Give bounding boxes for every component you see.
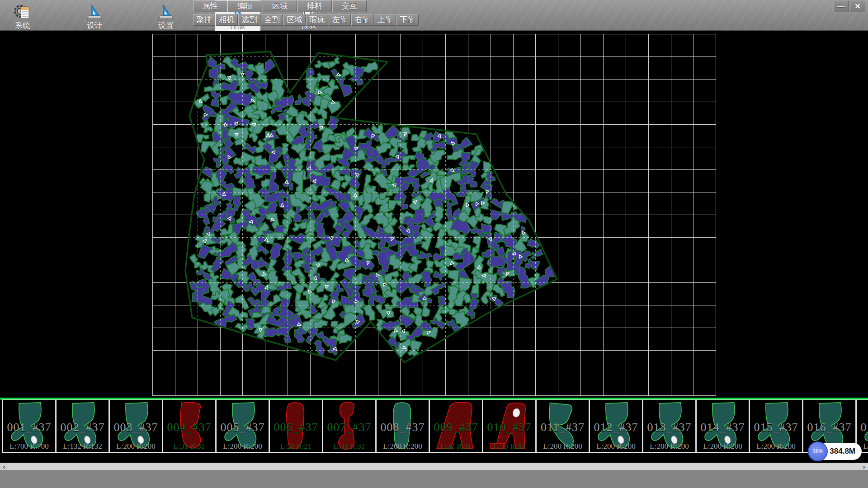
tool-button-4[interactable]: 全割 [261,14,283,26]
scroll-left-arrow-icon[interactable]: ‹ [0,463,8,470]
close-button[interactable]: ✕ [850,1,865,12]
menu-item-5[interactable]: 交互 [332,0,367,12]
settings-icon [157,3,175,21]
part-thumbnail-010_#37[interactable]: 010_#37L:33 R:33 [482,399,536,453]
part-lr-label: L:132 R:132 [57,442,108,451]
part-id-label: 001_#37 [3,421,55,434]
part-id-label: 013_#37 [643,421,695,434]
nav-label: 设计 [87,22,102,30]
part-thumbnail-013_#37[interactable]: 013_#37L:200 R:200 [642,399,696,453]
part-id-label: 016_#37 [803,421,855,434]
part-id-label: 008_#37 [377,421,429,434]
horizontal-scrollbar[interactable]: ‹ › [0,463,868,470]
part-thumbnail-012_#37[interactable]: 012_#37L:200 R:200 [589,399,642,453]
tool-button-1[interactable]: 聚排 [193,14,215,26]
menu-item-4[interactable]: 排料 [297,0,332,12]
part-id-label: 007_#37 [323,421,375,434]
part-id-label: 011_#37 [537,421,589,434]
part-thumbnail-007_#37[interactable]: 007_#37L:31 R:31 [322,399,376,453]
part-lr-label: L:31 R:31 [163,442,215,451]
part-thumbnail-011_#37[interactable]: 011_#37L:200 R:200 [536,399,589,453]
parts-strip: 001_#37L:700 R:700002_#37L:132 R:132003_… [0,398,868,453]
part-id-label: 004_#37 [163,421,215,434]
part-id-label: 006_#37 [270,421,322,434]
menu-item-2[interactable]: 编辑 [228,0,262,12]
part-lr-label: L:200 R:200 [697,442,749,451]
part-lr-label: L:200 R:200 [643,442,695,451]
part-lr-label: L:31 R:31 [323,442,375,451]
system-icon [14,3,32,21]
tool-button-9[interactable]: 上靠 [374,14,396,26]
tool-button-8[interactable]: 右靠 [351,14,373,26]
nav-settings-button[interactable]: 设置 [143,0,189,31]
nav-label: 系统 [15,22,30,30]
part-thumbnail-005_#37[interactable]: 005_#37L:200 R:200 [216,399,269,453]
part-lr-label: L:700 R:700 [3,442,55,451]
scroll-right-arrow-icon[interactable]: › [860,463,868,470]
part-thumbnail-009_#37[interactable]: 009_#37L:32 R:31 [429,399,482,453]
part-thumbnail-003_#37[interactable]: 003_#37L:200 R:200 [109,399,162,453]
memory-progress-pill: 38% 384.8M [810,443,862,460]
part-lr-label: L:32 R:31 [430,442,482,451]
part-id-label: 002_#37 [57,421,108,434]
part-lr-label: L:21 R:21 [270,442,322,451]
tool-button-2[interactable]: 相机 [216,14,238,26]
part-lr-label: L:200 R:200 [590,442,642,451]
memory-value: 384.8M [830,447,855,456]
part-lr-label: L:200 R:200 [217,442,269,451]
part-thumbnail-014_#37[interactable]: 014_#37L:200 R:200 [696,399,749,453]
part-thumbnail-008_#37[interactable]: 008_#37L:200 R:200 [376,399,429,453]
part-id-label: 010_#37 [483,421,535,434]
menu-item-3[interactable]: 区域 [263,0,297,12]
nav-design-button[interactable]: 设计 [72,0,117,31]
part-id-label: 003_#37 [110,421,162,434]
part-thumbnail-004_#37[interactable]: 004_#37L:31 R:31 [162,399,216,453]
app-window: 系统设计设置排版报表 属性编辑区域排料交互 聚排相机选割全割区域瑕疵左靠右靠上靠… [0,0,868,488]
part-thumbnail-002_#37[interactable]: 002_#37L:132 R:132 [56,399,109,453]
design-icon [85,3,104,21]
minimize-button[interactable]: — [833,1,849,12]
tool-button-5[interactable]: 区域 [283,14,306,26]
part-id-label: 015_#37 [750,421,802,434]
progress-percent-badge: 38% [808,441,828,461]
status-bar [0,470,868,488]
part-thumbnail-001_#37[interactable]: 001_#37L:700 R:700 [2,399,56,453]
part-thumbnail-015_#37[interactable]: 015_#37L:200 R:200 [749,399,802,453]
part-id-label: 017_#37 [857,421,868,434]
window-controls: — ✕ [833,1,865,12]
strip-gap [0,453,868,463]
part-lr-label: L:200 R:200 [377,442,429,451]
part-lr-label: L:200 R:200 [750,442,802,451]
nesting-canvas[interactable] [0,31,868,398]
nav-label: 设置 [158,22,174,30]
part-lr-label: L:200 R:200 [110,442,162,451]
part-lr-label: L:200 R:200 [537,442,589,451]
nav-system-button[interactable]: 系统 [0,0,45,31]
part-thumbnail-006_#37[interactable]: 006_#37L:21 R:21 [269,399,322,453]
part-id-label: 012_#37 [590,421,642,434]
tool-button-3[interactable]: 选割 [238,14,260,26]
part-id-label: 005_#37 [217,421,269,434]
menu-item-1[interactable]: 属性 [193,0,227,12]
tool-button-10[interactable]: 下靠 [396,14,419,26]
part-lr-label: L:33 R:33 [483,442,535,451]
tool-button-6[interactable]: 瑕疵 [306,14,328,26]
part-id-label: 014_#37 [697,421,749,434]
toolbar-area: 系统设计设置排版报表 属性编辑区域排料交互 聚排相机选割全割区域瑕疵左靠右靠上靠… [0,0,868,31]
part-id-label: 009_#37 [430,421,482,434]
tool-button-7[interactable]: 左靠 [329,14,351,26]
